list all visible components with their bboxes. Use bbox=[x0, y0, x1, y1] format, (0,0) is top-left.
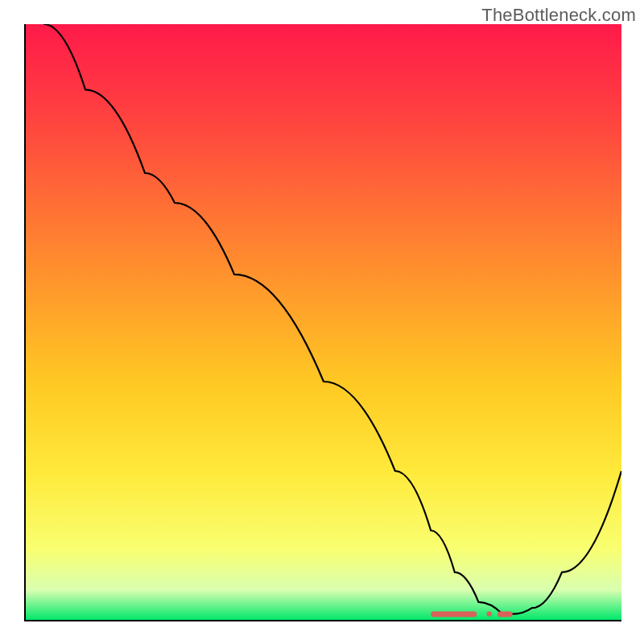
gradient-background bbox=[26, 24, 621, 620]
marker-band bbox=[431, 611, 513, 617]
svg-rect-2 bbox=[497, 612, 513, 617]
chart-plot-area bbox=[24, 24, 621, 621]
svg-point-1 bbox=[487, 611, 492, 616]
chart-container: TheBottleneck.com bbox=[0, 0, 644, 644]
chart-svg bbox=[26, 24, 621, 620]
watermark-text: TheBottleneck.com bbox=[481, 5, 636, 26]
svg-rect-0 bbox=[431, 612, 477, 617]
